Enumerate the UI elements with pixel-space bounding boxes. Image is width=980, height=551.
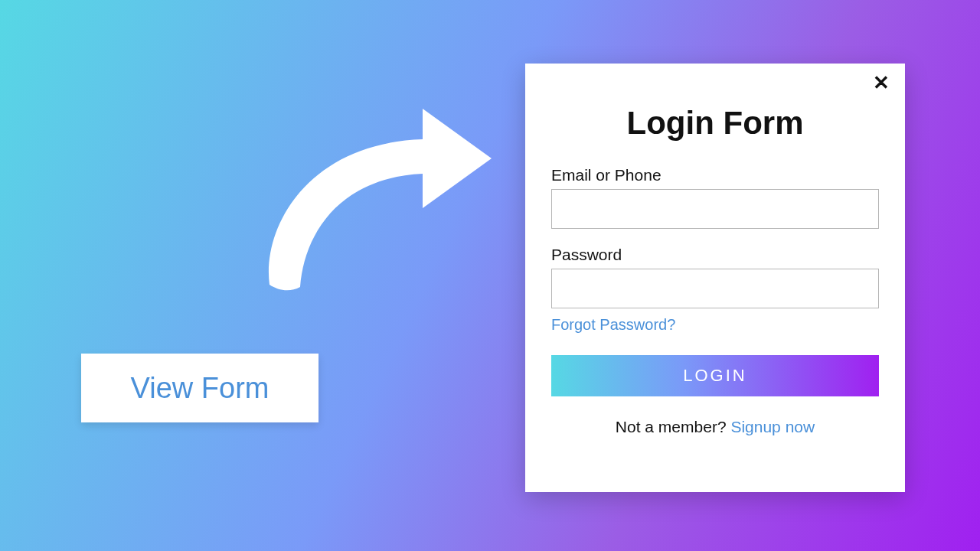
- forgot-password-link[interactable]: Forgot Password?: [551, 316, 675, 334]
- email-label: Email or Phone: [551, 166, 879, 184]
- email-group: Email or Phone: [551, 166, 879, 246]
- login-modal: ✕ Login Form Email or Phone Password For…: [525, 64, 905, 492]
- signup-prefix: Not a member?: [616, 418, 731, 435]
- modal-title: Login Form: [551, 105, 879, 142]
- arrow-decoration: [224, 90, 507, 304]
- close-icon[interactable]: ✕: [870, 71, 893, 94]
- email-field[interactable]: [551, 189, 879, 229]
- password-label: Password: [551, 246, 879, 264]
- view-form-button[interactable]: View Form: [81, 354, 318, 422]
- login-button[interactable]: LOGIN: [551, 355, 879, 396]
- signup-link[interactable]: Signup now: [730, 418, 815, 435]
- password-field[interactable]: [551, 269, 879, 308]
- signup-row: Not a member? Signup now: [551, 418, 879, 436]
- password-group: Password: [551, 246, 879, 316]
